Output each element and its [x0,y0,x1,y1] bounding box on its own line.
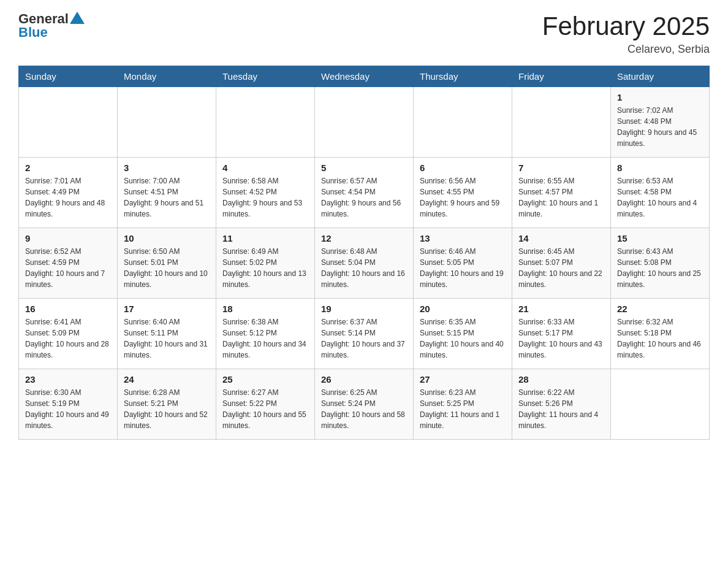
table-row: 20Sunrise: 6:35 AMSunset: 5:15 PMDayligh… [414,299,512,369]
table-row: 6Sunrise: 6:56 AMSunset: 4:55 PMDaylight… [414,158,512,228]
table-row: 23Sunrise: 6:30 AMSunset: 5:19 PMDayligh… [19,369,118,440]
logo: General Blue [18,12,85,39]
calendar-table: Sunday Monday Tuesday Wednesday Thursday… [18,66,710,440]
day-info: Sunrise: 7:00 AMSunset: 4:51 PMDaylight:… [124,175,210,220]
table-row: 28Sunrise: 6:22 AMSunset: 5:26 PMDayligh… [512,369,611,440]
title-group: February 2025 Celarevo, Serbia [542,12,710,56]
day-number: 9 [25,233,111,243]
day-info: Sunrise: 6:30 AMSunset: 5:19 PMDaylight:… [25,387,111,431]
day-info: Sunrise: 6:58 AMSunset: 4:52 PMDaylight:… [222,175,308,220]
day-number: 25 [222,374,308,385]
table-row: 9Sunrise: 6:52 AMSunset: 4:59 PMDaylight… [19,228,118,299]
header-sunday: Sunday [19,66,118,87]
day-number: 10 [124,233,210,243]
day-info: Sunrise: 6:22 AMSunset: 5:26 PMDaylight:… [518,387,604,431]
calendar-title: February 2025 [542,12,710,40]
day-number: 17 [124,304,210,314]
day-info: Sunrise: 6:27 AMSunset: 5:22 PMDaylight:… [222,387,308,431]
header-thursday: Thursday [414,66,512,87]
table-row: 11Sunrise: 6:49 AMSunset: 5:02 PMDayligh… [216,228,315,299]
header-tuesday: Tuesday [216,66,315,87]
calendar-week-row: 9Sunrise: 6:52 AMSunset: 4:59 PMDaylight… [19,228,710,299]
day-info: Sunrise: 6:50 AMSunset: 5:01 PMDaylight:… [124,246,210,290]
day-number: 16 [25,304,111,314]
logo-blue-text: Blue [18,26,85,39]
table-row: 17Sunrise: 6:40 AMSunset: 5:11 PMDayligh… [118,299,216,369]
calendar-week-row: 16Sunrise: 6:41 AMSunset: 5:09 PMDayligh… [19,299,710,369]
day-info: Sunrise: 6:28 AMSunset: 5:21 PMDaylight:… [124,387,210,431]
day-info: Sunrise: 6:49 AMSunset: 5:02 PMDaylight:… [222,246,308,290]
day-info: Sunrise: 6:55 AMSunset: 4:57 PMDaylight:… [518,175,604,220]
header-friday: Friday [512,66,611,87]
day-number: 12 [321,233,407,243]
day-info: Sunrise: 6:46 AMSunset: 5:05 PMDaylight:… [420,246,506,290]
header-monday: Monday [118,66,216,87]
calendar-week-row: 2Sunrise: 7:01 AMSunset: 4:49 PMDaylight… [19,158,710,228]
day-number: 7 [518,163,604,173]
day-info: Sunrise: 6:23 AMSunset: 5:25 PMDaylight:… [420,387,506,431]
day-number: 27 [420,374,506,385]
day-number: 28 [518,374,604,385]
day-info: Sunrise: 6:35 AMSunset: 5:15 PMDaylight:… [420,316,506,361]
day-info: Sunrise: 6:53 AMSunset: 4:58 PMDaylight:… [617,175,703,220]
day-number: 14 [518,233,604,243]
day-number: 4 [222,163,308,173]
table-row: 27Sunrise: 6:23 AMSunset: 5:25 PMDayligh… [414,369,512,440]
table-row: 19Sunrise: 6:37 AMSunset: 5:14 PMDayligh… [315,299,414,369]
table-row: 26Sunrise: 6:25 AMSunset: 5:24 PMDayligh… [315,369,414,440]
page-header: General Blue February 2025 Celarevo, Ser… [18,12,710,56]
day-info: Sunrise: 6:45 AMSunset: 5:07 PMDaylight:… [518,246,604,290]
day-number: 24 [124,374,210,385]
day-number: 5 [321,163,407,173]
table-row: 5Sunrise: 6:57 AMSunset: 4:54 PMDaylight… [315,158,414,228]
calendar-week-row: 1Sunrise: 7:02 AMSunset: 4:48 PMDaylight… [19,87,710,158]
day-number: 23 [25,374,111,385]
table-row: 2Sunrise: 7:01 AMSunset: 4:49 PMDaylight… [19,158,118,228]
table-row: 14Sunrise: 6:45 AMSunset: 5:07 PMDayligh… [512,228,611,299]
day-number: 20 [420,304,506,314]
table-row [611,369,710,440]
day-info: Sunrise: 6:52 AMSunset: 4:59 PMDaylight:… [25,246,111,290]
table-row [512,87,611,158]
table-row: 13Sunrise: 6:46 AMSunset: 5:05 PMDayligh… [414,228,512,299]
day-number: 2 [25,163,111,173]
table-row [414,87,512,158]
header-saturday: Saturday [611,66,710,87]
day-info: Sunrise: 6:37 AMSunset: 5:14 PMDaylight:… [321,316,407,361]
table-row: 10Sunrise: 6:50 AMSunset: 5:01 PMDayligh… [118,228,216,299]
day-info: Sunrise: 7:02 AMSunset: 4:48 PMDaylight:… [617,105,703,149]
calendar-week-row: 23Sunrise: 6:30 AMSunset: 5:19 PMDayligh… [19,369,710,440]
header-wednesday: Wednesday [315,66,414,87]
day-info: Sunrise: 6:57 AMSunset: 4:54 PMDaylight:… [321,175,407,220]
table-row: 24Sunrise: 6:28 AMSunset: 5:21 PMDayligh… [118,369,216,440]
day-number: 21 [518,304,604,314]
day-number: 22 [617,304,703,314]
table-row [19,87,118,158]
table-row: 21Sunrise: 6:33 AMSunset: 5:17 PMDayligh… [512,299,611,369]
logo-general-text: General [18,12,69,26]
day-info: Sunrise: 6:38 AMSunset: 5:12 PMDaylight:… [222,316,308,361]
day-info: Sunrise: 7:01 AMSunset: 4:49 PMDaylight:… [25,175,111,220]
day-number: 18 [222,304,308,314]
table-row: 12Sunrise: 6:48 AMSunset: 5:04 PMDayligh… [315,228,414,299]
day-number: 3 [124,163,210,173]
day-info: Sunrise: 6:32 AMSunset: 5:18 PMDaylight:… [617,316,703,361]
day-number: 19 [321,304,407,314]
calendar-subtitle: Celarevo, Serbia [542,43,710,56]
table-row [216,87,315,158]
table-row: 18Sunrise: 6:38 AMSunset: 5:12 PMDayligh… [216,299,315,369]
logo-triangle-icon [70,12,85,24]
day-number: 15 [617,233,703,243]
day-number: 6 [420,163,506,173]
day-number: 13 [420,233,506,243]
table-row [118,87,216,158]
day-info: Sunrise: 6:41 AMSunset: 5:09 PMDaylight:… [25,316,111,361]
table-row: 22Sunrise: 6:32 AMSunset: 5:18 PMDayligh… [611,299,710,369]
table-row: 7Sunrise: 6:55 AMSunset: 4:57 PMDaylight… [512,158,611,228]
table-row: 8Sunrise: 6:53 AMSunset: 4:58 PMDaylight… [611,158,710,228]
day-number: 11 [222,233,308,243]
day-number: 26 [321,374,407,385]
table-row: 15Sunrise: 6:43 AMSunset: 5:08 PMDayligh… [611,228,710,299]
day-info: Sunrise: 6:48 AMSunset: 5:04 PMDaylight:… [321,246,407,290]
table-row: 3Sunrise: 7:00 AMSunset: 4:51 PMDaylight… [118,158,216,228]
